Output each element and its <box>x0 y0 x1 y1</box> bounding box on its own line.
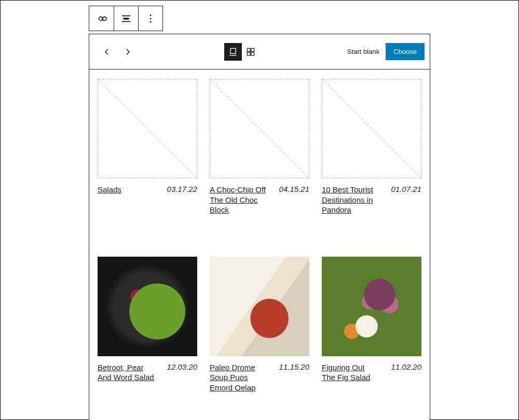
more-vertical-icon <box>145 13 156 24</box>
post-date: 04.15.21 <box>279 185 309 193</box>
post-item: Paleo Drome Soup Puos Emord Oelap 11.15.… <box>210 257 309 393</box>
carousel-icon <box>228 47 238 57</box>
post-image <box>322 257 421 356</box>
post-item: Salads 03.17.22 <box>98 79 197 215</box>
block-toolbar <box>89 6 163 31</box>
svg-line-13 <box>210 79 309 178</box>
post-date: 11.15.20 <box>279 362 309 371</box>
chevron-left-icon <box>102 47 112 57</box>
svg-rect-0 <box>122 15 131 16</box>
post-date: 01.07.21 <box>391 185 421 193</box>
post-title-link[interactable]: Salads <box>98 185 121 195</box>
post-item: Betroot, Pear And Word Salad 12.03.20 <box>98 257 197 393</box>
link-button[interactable] <box>89 6 114 31</box>
post-date: 11.02.20 <box>391 362 421 371</box>
next-button[interactable] <box>119 44 136 60</box>
view-carousel-button[interactable] <box>224 43 242 61</box>
post-title-link[interactable]: 10 Best Tourist Destinations in Pandora <box>322 185 379 215</box>
posts-grid: Salads 03.17.22 A Choc-Chip Off The Old … <box>98 79 421 215</box>
card-header: Start blank Choose <box>89 34 430 69</box>
image-placeholder <box>98 79 197 178</box>
svg-rect-2 <box>122 21 131 22</box>
grid-icon <box>245 47 256 57</box>
post-date: 12.03.20 <box>167 362 197 371</box>
post-image <box>98 257 197 356</box>
svg-point-4 <box>150 18 152 19</box>
align-button[interactable] <box>114 6 138 31</box>
image-placeholder <box>210 79 309 178</box>
svg-rect-10 <box>247 52 250 55</box>
post-item: Figuring Out The Fig Salad 11.02.20 <box>322 257 421 393</box>
post-item: A Choc-Chip Off The Old Choc Block 04.15… <box>210 79 309 215</box>
svg-point-5 <box>150 21 152 22</box>
infinity-icon <box>96 13 107 24</box>
align-icon <box>120 13 132 24</box>
post-image <box>210 257 309 356</box>
post-title-link[interactable]: Paleo Drome Soup Puos Emord Oelap <box>210 362 267 393</box>
svg-line-12 <box>98 79 197 178</box>
view-grid-button[interactable] <box>242 43 260 61</box>
prev-button[interactable] <box>99 44 115 60</box>
svg-rect-9 <box>251 48 254 51</box>
start-blank-link[interactable]: Start blank <box>347 48 379 55</box>
svg-line-14 <box>322 79 421 178</box>
pattern-chooser-card: Start blank Choose Salads 03.17.22 <box>89 34 430 420</box>
post-item: 10 Best Tourist Destinations in Pandora … <box>322 79 421 215</box>
card-body: Salads 03.17.22 A Choc-Chip Off The Old … <box>89 69 430 420</box>
chevron-right-icon <box>123 47 132 57</box>
more-button[interactable] <box>138 6 162 31</box>
post-title-link[interactable]: Figuring Out The Fig Salad <box>322 362 379 383</box>
posts-grid-2: Betroot, Pear And Word Salad 12.03.20 Pa… <box>98 257 421 393</box>
post-title-link[interactable]: Betroot, Pear And Word Salad <box>98 362 155 383</box>
svg-rect-8 <box>247 48 250 51</box>
post-date: 03.17.22 <box>167 185 197 193</box>
choose-button[interactable]: Choose <box>386 43 425 60</box>
image-placeholder <box>322 79 421 178</box>
svg-point-3 <box>150 15 152 16</box>
svg-rect-11 <box>251 52 254 55</box>
svg-rect-6 <box>230 48 236 53</box>
post-title-link[interactable]: A Choc-Chip Off The Old Choc Block <box>210 185 267 215</box>
svg-rect-1 <box>124 18 129 20</box>
